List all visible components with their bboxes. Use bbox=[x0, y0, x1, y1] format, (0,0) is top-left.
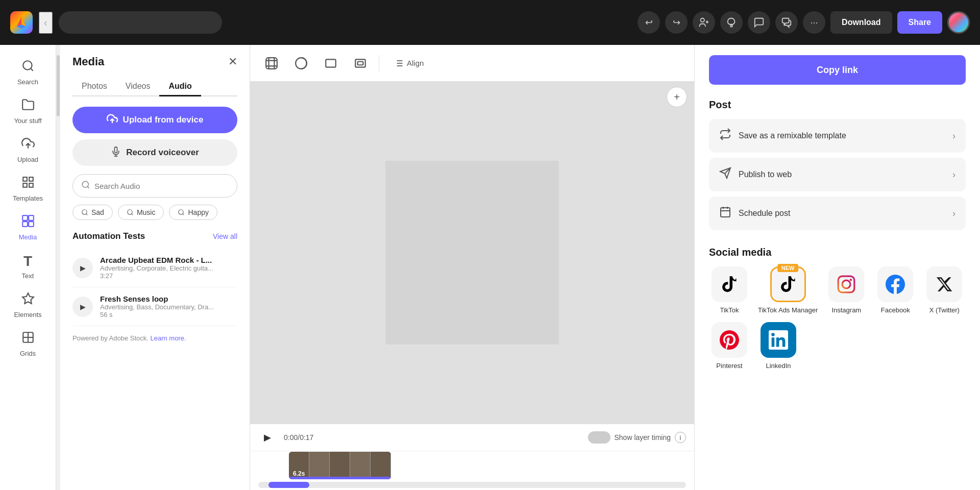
schedule-post-option[interactable]: Schedule post › bbox=[709, 197, 966, 230]
redo-button[interactable]: ↪ bbox=[665, 11, 688, 34]
record-voiceover-button[interactable]: Record voiceover bbox=[72, 139, 237, 166]
toolbar-rect-btn[interactable] bbox=[320, 52, 342, 75]
templates-icon bbox=[21, 176, 35, 192]
mic-icon bbox=[111, 146, 121, 159]
svg-rect-43 bbox=[721, 208, 730, 217]
toolbar-frame-btn[interactable] bbox=[260, 52, 283, 75]
sidebar-label-your-stuff: Your stuff bbox=[14, 117, 41, 125]
chevron-right-icon-3: › bbox=[952, 208, 955, 219]
social-item-linkedin[interactable]: LinkedIn bbox=[758, 322, 799, 370]
upload-from-device-button[interactable]: Upload from device bbox=[72, 107, 237, 133]
topbar-search-input[interactable] bbox=[59, 11, 222, 34]
main-layout: Search Your stuff Upload bbox=[0, 0, 980, 490]
comment-button[interactable] bbox=[748, 11, 770, 34]
sidebar-item-search[interactable]: Search bbox=[0, 53, 56, 92]
tab-photos[interactable]: Photos bbox=[72, 78, 116, 96]
sidebar-item-elements[interactable]: Elements bbox=[0, 286, 56, 325]
publish-web-option[interactable]: Publish to web › bbox=[709, 158, 966, 191]
sidebar: Search Your stuff Upload bbox=[0, 45, 56, 490]
share-button[interactable]: Share bbox=[897, 11, 942, 34]
search-audio-container bbox=[72, 174, 237, 198]
social-item-facebook[interactable]: Facebook bbox=[875, 266, 916, 314]
align-label: Align bbox=[407, 59, 424, 67]
play-track-0-button[interactable]: ▶ bbox=[72, 258, 93, 278]
tiktok-ads-label: TikTok Ads Manager bbox=[758, 306, 818, 314]
toolbar-color-btn[interactable] bbox=[290, 52, 312, 75]
media-tabs: Photos Videos Audio bbox=[72, 78, 237, 96]
facebook-label: Facebook bbox=[881, 306, 910, 314]
sidebar-item-your-stuff[interactable]: Your stuff bbox=[0, 92, 56, 131]
sidebar-label-grids: Grids bbox=[20, 350, 36, 357]
publish-web-label: Publish to web bbox=[739, 170, 792, 179]
linkedin-label: LinkedIn bbox=[766, 362, 791, 370]
layer-timing-info-button[interactable]: i bbox=[675, 432, 686, 443]
svg-point-48 bbox=[842, 280, 850, 288]
tab-audio[interactable]: Audio bbox=[159, 78, 201, 96]
back-button[interactable]: ‹ bbox=[39, 12, 53, 34]
canvas-add-button[interactable]: + bbox=[667, 87, 687, 107]
track-progress-bar bbox=[289, 477, 391, 479]
sidebar-item-upload[interactable]: Upload bbox=[0, 131, 56, 169]
align-button[interactable]: Align bbox=[386, 54, 431, 72]
add-collaborator-button[interactable] bbox=[693, 11, 715, 34]
social-item-instagram[interactable]: Instagram bbox=[826, 266, 867, 314]
close-panel-button[interactable]: ✕ bbox=[228, 55, 237, 68]
view-all-link[interactable]: View all bbox=[213, 232, 237, 240]
audio-meta-0: Advertising, Corporate, Electric guita..… bbox=[100, 264, 237, 272]
svg-point-1 bbox=[701, 18, 704, 22]
sidebar-item-media[interactable]: Media bbox=[0, 208, 56, 247]
publish-icon bbox=[719, 167, 731, 182]
schedule-post-left: Schedule post bbox=[719, 206, 790, 221]
svg-point-26 bbox=[128, 210, 132, 214]
lightbulb-button[interactable] bbox=[720, 11, 743, 34]
audio-duration-0: 3:27 bbox=[100, 272, 237, 280]
timeline: ▶ 0:00/0:17 Show layer timing i bbox=[250, 424, 694, 490]
svg-rect-30 bbox=[266, 58, 277, 69]
avatar[interactable] bbox=[947, 11, 970, 34]
chip-sad[interactable]: Sad bbox=[72, 205, 113, 220]
search-audio-input[interactable] bbox=[94, 182, 229, 190]
svg-rect-14 bbox=[29, 222, 34, 227]
audio-item-0: ▶ Arcade Upbeat EDM Rock - L... Advertis… bbox=[72, 249, 237, 287]
chat-button[interactable] bbox=[775, 11, 798, 34]
toolbar-shape-btn[interactable] bbox=[349, 52, 372, 75]
sidebar-label-elements: Elements bbox=[14, 311, 41, 318]
sidebar-item-grids[interactable]: Grids bbox=[0, 325, 56, 363]
social-grid: TikTok NEW TikTok Ads Manager bbox=[709, 266, 966, 370]
more-button[interactable]: ··· bbox=[803, 11, 825, 34]
svg-rect-13 bbox=[22, 222, 28, 227]
linkedin-icon-wrap bbox=[761, 322, 796, 358]
toolbar: Align bbox=[250, 45, 694, 82]
svg-rect-34 bbox=[358, 61, 363, 65]
panel-scrollbar[interactable] bbox=[56, 45, 60, 490]
sidebar-label-search: Search bbox=[17, 78, 38, 86]
learn-more-link[interactable]: Learn more. bbox=[151, 334, 186, 342]
save-remixable-option[interactable]: Save as a remixable template › bbox=[709, 119, 966, 153]
play-track-1-button[interactable]: ▶ bbox=[72, 297, 93, 317]
svg-rect-47 bbox=[838, 276, 854, 292]
social-item-twitter[interactable]: X (Twitter) bbox=[924, 266, 965, 314]
download-button[interactable]: Download bbox=[830, 11, 892, 34]
folder-icon bbox=[21, 98, 35, 114]
copy-link-button[interactable]: Copy link bbox=[709, 55, 966, 85]
track-clip[interactable]: 6.2s bbox=[289, 452, 391, 479]
chip-music[interactable]: Music bbox=[118, 205, 164, 220]
toolbar-divider bbox=[379, 55, 379, 71]
social-item-pinterest[interactable]: Pinterest bbox=[709, 322, 750, 370]
svg-point-28 bbox=[179, 210, 183, 214]
schedule-post-label: Schedule post bbox=[739, 209, 790, 218]
svg-point-4 bbox=[23, 61, 32, 69]
chip-happy[interactable]: Happy bbox=[169, 205, 217, 220]
sidebar-item-templates[interactable]: Templates bbox=[0, 169, 56, 208]
svg-rect-32 bbox=[326, 59, 336, 67]
play-button[interactable]: ▶ bbox=[258, 428, 277, 447]
media-header: Media ✕ bbox=[72, 55, 237, 68]
social-item-tiktok-ads[interactable]: NEW TikTok Ads Manager bbox=[758, 266, 818, 314]
timeline-scrollbar[interactable] bbox=[258, 482, 686, 488]
sidebar-item-text[interactable]: T Text bbox=[0, 247, 56, 286]
layer-timing-toggle[interactable] bbox=[588, 431, 610, 444]
tab-videos[interactable]: Videos bbox=[116, 78, 160, 96]
social-item-tiktok[interactable]: TikTok bbox=[709, 266, 750, 314]
instagram-icon-wrap bbox=[828, 266, 864, 302]
undo-button[interactable]: ↩ bbox=[638, 11, 660, 34]
